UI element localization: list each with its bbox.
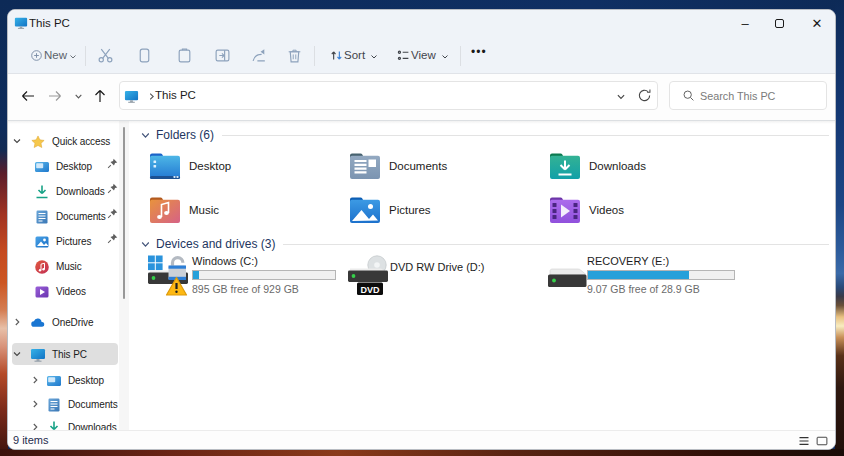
svg-text:DVD: DVD [360,285,380,295]
